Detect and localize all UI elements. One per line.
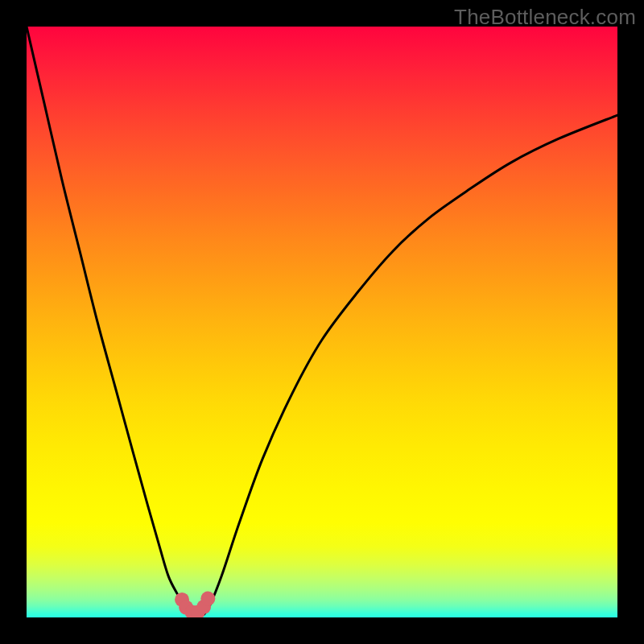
valley-marker [200,592,215,606]
watermark-text: TheBottleneck.com [454,5,636,30]
curve-left-branch [27,27,192,614]
curves-layer [27,27,617,617]
curve-right-branch [204,115,617,614]
plot-area [27,27,617,617]
chart-frame: TheBottleneck.com [0,0,644,644]
